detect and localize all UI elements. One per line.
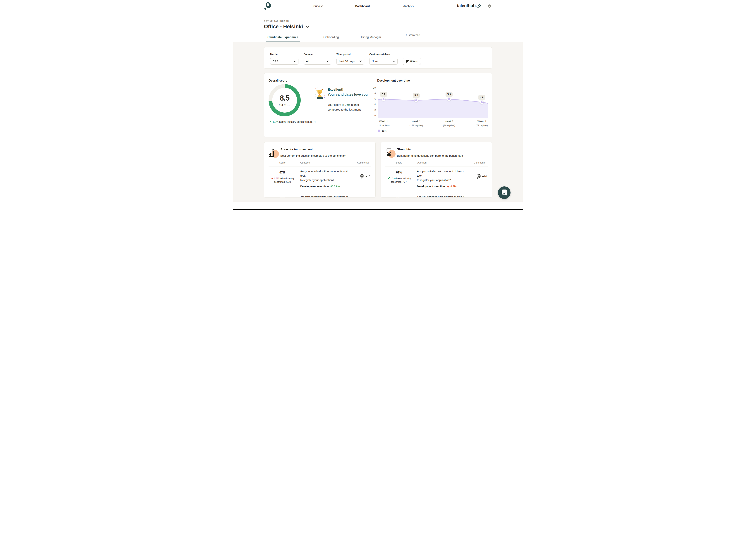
chevron-down-icon [393,61,395,62]
tab-customized[interactable]: Customized [403,34,422,40]
question-line2: to register your application? [300,178,351,182]
praise-title: Excellent! [328,87,368,92]
tab-candidate-experience[interactable]: Candidate Experience [266,36,300,42]
nav-item-dashboard[interactable]: Dashboard [355,4,370,8]
chart-point[interactable] [480,101,483,104]
page-title: Office - Helsinki [264,24,303,30]
time-period-value: Last 30 days [339,60,355,63]
tab-hiring-manager[interactable]: Hiring Manager [359,36,383,42]
x-axis-sublabel: (178 replies) [402,124,430,127]
chart-point[interactable] [382,98,385,101]
score-cell: 67% 1.2% below industry benchmark (6.7) [269,195,296,197]
overall-score-card: Overall score 8.5 out of 10 [264,73,492,137]
growth-icon-wrap [269,148,277,157]
tab-onboarding[interactable]: Onboarding [322,36,341,42]
nav-item-analysis[interactable]: Analysis [403,4,414,8]
y-axis-label: 2 [372,109,376,111]
dashboard-tabs: Candidate Experience Onboarding Hiring M… [233,30,523,42]
nav-item-surveys[interactable]: Surveys [313,4,323,8]
score-value: 8.5 [280,94,290,102]
surveys-select[interactable]: All [304,58,331,65]
table-row: 67% 1.2% below industry benchmark (6.7) … [385,166,488,192]
development-label: Development over time [417,184,445,189]
strengths-card: Strenghts Best performing questions comp… [381,142,492,197]
filter-field-time-period: Time period Last 30 days [336,53,364,65]
table-header: Score Question Comments [269,161,371,166]
score-value: 67% [269,197,296,197]
column-question: Question [413,161,467,164]
delta-value: 0.05 [345,103,350,106]
overall-score-title: Overall score [269,79,287,82]
chart-point-label: 4.8 [478,95,485,100]
metric-select[interactable]: CPS [270,58,298,65]
trend-up-icon [387,177,390,180]
x-axis-sublabel: (77 replies) [468,124,496,127]
areas-for-improvement-card: Areas for improvement Best performing qu… [264,142,376,197]
question-line1: Are you satisfied with amount of time it… [417,169,467,178]
custom-variables-value: None [372,60,378,63]
trend-down-icon [447,185,449,187]
delta-suffix: higher [350,103,359,106]
chat-launcher[interactable] [498,186,511,199]
column-comments: Comments [467,161,488,164]
chart-point-label: 5.5 [413,93,420,98]
settings-gear-icon[interactable] [488,4,492,9]
brand-text: talenthub. [457,3,477,8]
custom-variables-label: Custom variables [369,53,398,56]
card-title: Areas for improvement [280,148,346,151]
score-delta-text: Your score is 0.05 higher compared to th… [328,102,362,112]
trend-text2: benchmark (6.7) [385,180,413,184]
table-row: 67% 1.2% below industry benchmark (6.7) … [269,166,371,192]
trend-pct: 1.2% [274,177,279,180]
praise-subtitle: Your candidates love you [328,92,368,97]
trend-down-icon [271,177,273,180]
active-dashboard-eyebrow: ACTIVE DASHBOARD [264,20,523,22]
talenthub-logo-icon[interactable] [264,2,272,11]
chart-point[interactable] [448,98,451,101]
app-page: Surveys Dashboard Analysis talenthub. AC… [233,0,523,210]
trophy-icon [385,148,393,157]
comments-button[interactable]: +10 [351,173,371,179]
trophy-icon-wrap [385,148,394,157]
bottom-bar [233,209,523,210]
question-cell: Are you satisfied with amount of time it… [296,169,351,189]
x-axis-label: Week 1 [371,120,396,123]
question-cell: Are you satisfied with amount of time it… [413,169,467,189]
filter-bar: Metric CPS Surveys All Time period Last … [264,47,492,68]
time-period-select[interactable]: Last 30 days [336,58,364,65]
dashboard-content: Metric CPS Surveys All Time period Last … [233,42,523,202]
comment-bubble-icon [476,174,481,179]
column-comments: Comments [351,161,371,164]
filter-field-surveys: Surveys All [304,53,331,65]
chart-point-label: 5.9 [446,92,453,97]
benchmark-rest: above industry benchmark (6.7) [279,120,316,123]
table-row: 67% 1.2% below industry benchmark (6.7) … [269,192,371,197]
comments-button[interactable]: +10 [467,173,488,179]
legend-label: CPS [382,130,387,132]
filter-icon [406,60,409,63]
chart-point-label: 5.9 [380,92,387,97]
development-pct: 0.8% [451,184,456,189]
filter-field-metric: Metric CPS [270,53,298,65]
column-question: Question [296,161,351,164]
custom-variables-select[interactable]: None [369,58,398,65]
filters-button[interactable]: Filters [403,58,421,65]
question-cell: Are you satisfied with amount of time it… [413,195,467,197]
surveys-label: Surveys [304,53,331,56]
x-axis-sublabel: (88 replies) [435,124,463,127]
score-value: 67% [385,171,413,174]
chart-point[interactable] [415,99,418,102]
y-axis-label: 4 [372,103,376,106]
chevron-down-icon [327,61,329,62]
trend-text: below industry [396,177,411,180]
chevron-down-icon [359,61,362,62]
delta-line2: compared to the last month [328,107,362,112]
dashboard-selector[interactable]: Office - Helsinki [264,24,309,30]
comments-count: +10 [366,175,370,178]
card-title: Strenghts [397,148,463,151]
score-out-of: out of 10 [279,103,290,107]
development-pct: 0.8% [334,184,340,189]
top-nav: Surveys Dashboard Analysis talenthub. [233,0,523,12]
x-axis-label: Week 4 [469,120,495,123]
comment-bubble-icon [360,174,365,179]
